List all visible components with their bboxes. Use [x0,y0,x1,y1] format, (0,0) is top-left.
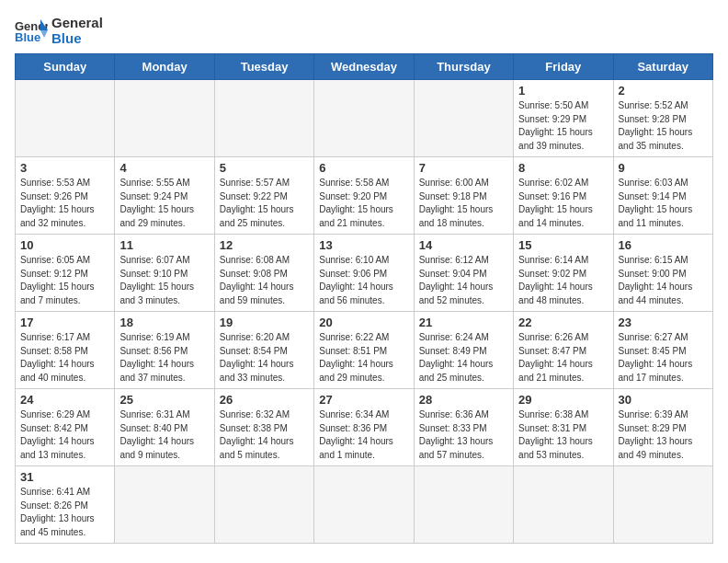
day-info: Sunrise: 5:50 AM Sunset: 9:29 PM Dayligh… [518,99,608,153]
day-number: 23 [619,316,708,329]
day-info: Sunrise: 6:14 AM Sunset: 9:02 PM Dayligh… [518,254,608,307]
calendar-cell: 14Sunrise: 6:12 AM Sunset: 9:04 PM Dayli… [414,235,513,312]
day-number: 11 [119,238,209,252]
day-info: Sunrise: 5:55 AM Sunset: 9:24 PM Dayligh… [119,177,209,230]
day-info: Sunrise: 6:08 AM Sunset: 9:08 PM Dayligh… [220,254,309,307]
day-info: Sunrise: 6:29 AM Sunset: 8:42 PM Dayligh… [20,408,109,462]
calendar-cell: 17Sunrise: 6:17 AM Sunset: 8:58 PM Dayli… [16,312,115,389]
calendar-cell: 16Sunrise: 6:15 AM Sunset: 9:00 PM Dayli… [613,235,712,312]
calendar-cell: 12Sunrise: 6:08 AM Sunset: 9:08 PM Dayli… [214,235,313,312]
week-row-2: 3Sunrise: 5:53 AM Sunset: 9:26 PM Daylig… [16,157,713,235]
calendar-cell: 1Sunrise: 5:50 AM Sunset: 9:29 PM Daylig… [514,80,613,157]
day-info: Sunrise: 6:10 AM Sunset: 9:06 PM Dayligh… [319,254,408,307]
calendar-cell: 10Sunrise: 6:05 AM Sunset: 9:12 PM Dayli… [16,235,115,312]
header: General Blue General Blue [15,15,713,46]
day-info: Sunrise: 6:41 AM Sunset: 8:26 PM Dayligh… [20,486,109,539]
day-number: 15 [518,238,608,252]
calendar-cell [314,80,414,157]
day-info: Sunrise: 6:02 AM Sunset: 9:16 PM Dayligh… [518,177,608,230]
day-number: 27 [319,393,408,407]
weekday-header-sunday: Sunday [16,54,115,80]
calendar-cell: 3Sunrise: 5:53 AM Sunset: 9:26 PM Daylig… [16,157,115,235]
day-number: 28 [419,393,508,407]
day-number: 30 [619,393,708,407]
day-info: Sunrise: 6:26 AM Sunset: 8:47 PM Dayligh… [518,331,608,385]
calendar-cell: 18Sunrise: 6:19 AM Sunset: 8:56 PM Dayli… [115,312,214,389]
calendar-cell: 5Sunrise: 5:57 AM Sunset: 9:22 PM Daylig… [214,157,313,235]
logo-general: General [51,15,103,30]
day-number: 3 [20,161,109,175]
calendar-cell: 2Sunrise: 5:52 AM Sunset: 9:28 PM Daylig… [613,80,712,157]
week-row-6: 31Sunrise: 6:41 AM Sunset: 8:26 PM Dayli… [16,466,713,544]
svg-text:Blue: Blue [15,30,40,43]
calendar-cell: 7Sunrise: 6:00 AM Sunset: 9:18 PM Daylig… [414,157,513,235]
calendar-cell: 27Sunrise: 6:34 AM Sunset: 8:36 PM Dayli… [314,389,414,466]
day-info: Sunrise: 6:34 AM Sunset: 8:36 PM Dayligh… [319,408,408,462]
calendar-cell [514,466,613,544]
day-info: Sunrise: 6:24 AM Sunset: 8:49 PM Dayligh… [419,331,508,385]
day-info: Sunrise: 6:22 AM Sunset: 8:51 PM Dayligh… [319,331,408,385]
calendar-cell: 26Sunrise: 6:32 AM Sunset: 8:38 PM Dayli… [214,389,313,466]
week-row-1: 1Sunrise: 5:50 AM Sunset: 9:29 PM Daylig… [16,80,713,157]
calendar-cell [314,466,414,544]
day-info: Sunrise: 5:52 AM Sunset: 9:28 PM Dayligh… [619,99,708,153]
day-info: Sunrise: 6:17 AM Sunset: 8:58 PM Dayligh… [20,331,109,385]
day-info: Sunrise: 5:58 AM Sunset: 9:20 PM Dayligh… [319,177,408,230]
day-number: 7 [419,161,508,175]
calendar-cell [115,80,214,157]
day-number: 4 [119,161,209,175]
day-info: Sunrise: 5:53 AM Sunset: 9:26 PM Dayligh… [20,177,109,230]
day-info: Sunrise: 6:39 AM Sunset: 8:29 PM Dayligh… [619,408,708,462]
calendar-cell: 25Sunrise: 6:31 AM Sunset: 8:40 PM Dayli… [115,389,214,466]
weekday-row: SundayMondayTuesdayWednesdayThursdayFrid… [16,54,713,80]
day-number: 2 [619,84,708,98]
svg-marker-3 [40,30,48,38]
day-info: Sunrise: 6:31 AM Sunset: 8:40 PM Dayligh… [119,408,209,462]
calendar-cell: 20Sunrise: 6:22 AM Sunset: 8:51 PM Dayli… [314,312,414,389]
calendar-body: 1Sunrise: 5:50 AM Sunset: 9:29 PM Daylig… [16,80,713,544]
calendar-cell: 4Sunrise: 5:55 AM Sunset: 9:24 PM Daylig… [115,157,214,235]
calendar-cell: 8Sunrise: 6:02 AM Sunset: 9:16 PM Daylig… [514,157,613,235]
calendar-cell [414,80,513,157]
calendar-cell [414,466,513,544]
day-number: 21 [419,316,508,329]
calendar-cell [115,466,214,544]
calendar-cell: 22Sunrise: 6:26 AM Sunset: 8:47 PM Dayli… [514,312,613,389]
day-info: Sunrise: 5:57 AM Sunset: 9:22 PM Dayligh… [220,177,309,230]
day-number: 1 [518,84,608,98]
calendar-cell: 31Sunrise: 6:41 AM Sunset: 8:26 PM Dayli… [16,466,115,544]
calendar-cell: 28Sunrise: 6:36 AM Sunset: 8:33 PM Dayli… [414,389,513,466]
day-number: 26 [220,393,309,407]
day-number: 31 [20,470,109,484]
day-number: 20 [319,316,408,329]
day-number: 10 [20,238,109,252]
weekday-header-tuesday: Tuesday [214,54,313,80]
logo: General Blue General Blue [15,15,103,46]
calendar-cell [214,466,313,544]
day-number: 22 [518,316,608,329]
day-number: 19 [220,316,309,329]
logo-icon: General Blue [15,17,48,43]
day-number: 8 [518,161,608,175]
day-info: Sunrise: 6:07 AM Sunset: 9:10 PM Dayligh… [119,254,209,307]
calendar-cell: 21Sunrise: 6:24 AM Sunset: 8:49 PM Dayli… [414,312,513,389]
day-number: 12 [220,238,309,252]
calendar-cell: 6Sunrise: 5:58 AM Sunset: 9:20 PM Daylig… [314,157,414,235]
calendar-cell: 9Sunrise: 6:03 AM Sunset: 9:14 PM Daylig… [613,157,712,235]
calendar-cell [16,80,115,157]
calendar-cell [613,466,712,544]
day-info: Sunrise: 6:19 AM Sunset: 8:56 PM Dayligh… [119,331,209,385]
calendar-header: SundayMondayTuesdayWednesdayThursdayFrid… [16,54,713,80]
calendar-table: SundayMondayTuesdayWednesdayThursdayFrid… [15,53,713,544]
day-info: Sunrise: 6:00 AM Sunset: 9:18 PM Dayligh… [419,177,508,230]
calendar-cell [214,80,313,157]
weekday-header-friday: Friday [514,54,613,80]
calendar-cell: 19Sunrise: 6:20 AM Sunset: 8:54 PM Dayli… [214,312,313,389]
day-number: 17 [20,316,109,329]
day-info: Sunrise: 6:15 AM Sunset: 9:00 PM Dayligh… [619,254,708,307]
day-info: Sunrise: 6:05 AM Sunset: 9:12 PM Dayligh… [20,254,109,307]
day-number: 18 [119,316,209,329]
day-number: 29 [518,393,608,407]
calendar-cell: 11Sunrise: 6:07 AM Sunset: 9:10 PM Dayli… [115,235,214,312]
calendar-cell: 23Sunrise: 6:27 AM Sunset: 8:45 PM Dayli… [613,312,712,389]
